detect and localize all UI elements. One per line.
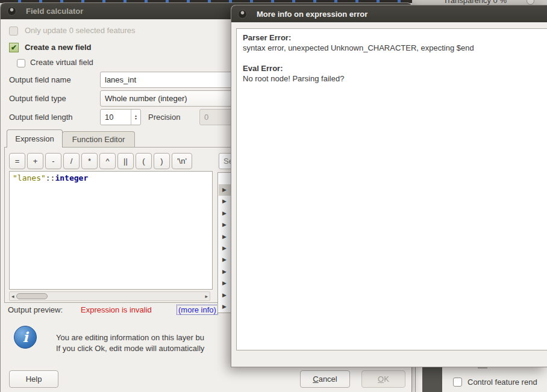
expression-editor[interactable]: "lanes"::integer <box>9 171 213 290</box>
scrollbar-thumb[interactable] <box>16 293 48 299</box>
tree-expander-icon[interactable]: ▶ <box>222 278 230 289</box>
output-field-length-label: Output field length <box>9 113 73 122</box>
check-icon: ✔ <box>11 43 17 52</box>
operator-open-paren-button[interactable]: ( <box>136 153 152 169</box>
operator-multiply-button[interactable]: * <box>81 153 98 169</box>
create-new-field-checkbox[interactable]: ✔ <box>9 43 19 52</box>
expression-field-token: "lanes" <box>13 173 46 182</box>
tree-expander-icon[interactable]: ▶ <box>222 196 230 207</box>
parser-error-text: syntax error, unexpected Unknown_CHARACT… <box>243 43 541 53</box>
create-new-field-label: Create a new field <box>25 43 92 52</box>
editor-horizontal-scrollbar[interactable]: ◂ ▸ <box>9 291 210 301</box>
scroll-right-icon[interactable]: ▸ <box>205 293 208 300</box>
dialog-title: Field calculator <box>26 7 83 16</box>
transparency-label: Transparency 0 % <box>443 0 507 5</box>
expression-invalid-text: Expression is invalid <box>81 305 152 314</box>
panel-divider <box>415 367 416 392</box>
window-control-icon[interactable] <box>238 10 247 19</box>
tree-expander-icon[interactable]: ▶ <box>222 290 230 301</box>
output-field-name-label: Output field name <box>9 75 71 84</box>
edit-mode-message-line1: You are editing information on this laye… <box>56 333 204 342</box>
tree-expander-icon[interactable]: ▶ <box>222 219 230 231</box>
tree-expander-icon[interactable]: ▶ <box>222 208 230 219</box>
background-bottom-panel: Control feature rend <box>412 367 547 392</box>
cancel-button[interactable]: Cancel <box>300 370 350 388</box>
expression-cast-token: integer <box>55 173 88 182</box>
tree-expander-icon[interactable]: ▶ <box>222 184 230 196</box>
error-dialog-titlebar[interactable]: More info on expression error <box>231 5 547 22</box>
only-update-label: Only update 0 selected features <box>25 26 136 35</box>
operator-power-button[interactable]: ^ <box>99 153 116 169</box>
info-icon: i <box>14 326 37 349</box>
window-control-icon[interactable] <box>7 7 16 16</box>
edit-mode-message-line2: If you click Ok, edit mode will automati… <box>56 344 204 353</box>
operator-divide-button[interactable]: / <box>63 153 80 169</box>
operator-concat-button[interactable]: || <box>117 153 134 169</box>
control-feature-label: Control feature rend <box>467 378 537 387</box>
operator-close-paren-button[interactable]: ) <box>154 153 170 169</box>
output-field-length-spinner[interactable]: 10 ▴ ▾ <box>100 109 141 125</box>
create-virtual-field-checkbox[interactable] <box>17 59 25 67</box>
ok-button: OK <box>361 370 405 388</box>
background-widget-fragment <box>478 367 487 369</box>
tree-expander-icon[interactable]: ▶ <box>222 266 230 278</box>
screen: Transparency 0 % Control feature rend Fi… <box>0 0 547 392</box>
eval-error-label: Eval Error: <box>243 63 541 73</box>
tree-expander-icon[interactable]: ▶ <box>222 243 230 254</box>
transparency-spinner-icon[interactable] <box>527 0 534 5</box>
error-dialog-title: More info on expression error <box>257 10 367 19</box>
control-feature-checkbox[interactable] <box>453 378 462 387</box>
parser-error-label: Parser Error: <box>243 33 541 43</box>
tree-expander-icon[interactable]: ▶ <box>222 301 230 313</box>
background-sidebar <box>422 367 442 392</box>
operator-newline-button[interactable]: '\n' <box>172 153 192 169</box>
tree-expander-icon[interactable]: ▶ <box>222 231 230 243</box>
scroll-left-icon[interactable]: ◂ <box>11 293 14 300</box>
expression-operator-token: :: <box>46 173 55 182</box>
tree-expander-icon[interactable]: ▶ <box>222 254 230 266</box>
tab-expression[interactable]: Expression <box>7 129 63 148</box>
eval-error-text: No root node! Parsing failed? <box>243 73 541 84</box>
create-virtual-field-label: Create virtual field <box>30 58 93 67</box>
operator-equals-button[interactable]: = <box>9 153 25 169</box>
precision-label: Precision <box>148 113 180 122</box>
help-button[interactable]: Help <box>9 370 58 388</box>
operator-minus-button[interactable]: - <box>45 153 61 169</box>
only-update-checkbox <box>9 26 18 36</box>
output-preview-label: Output preview: <box>8 305 63 314</box>
expression-error-dialog: More info on expression error Parser Err… <box>231 5 547 367</box>
more-info-link[interactable]: (more info) <box>177 305 218 315</box>
spinner-arrows-icon[interactable]: ▴ ▾ <box>131 110 140 125</box>
output-field-type-label: Output field type <box>9 94 66 103</box>
tab-function-editor[interactable]: Function Editor <box>62 131 135 148</box>
error-message-box: Parser Error: syntax error, unexpected U… <box>236 28 547 350</box>
operator-plus-button[interactable]: + <box>27 153 43 169</box>
